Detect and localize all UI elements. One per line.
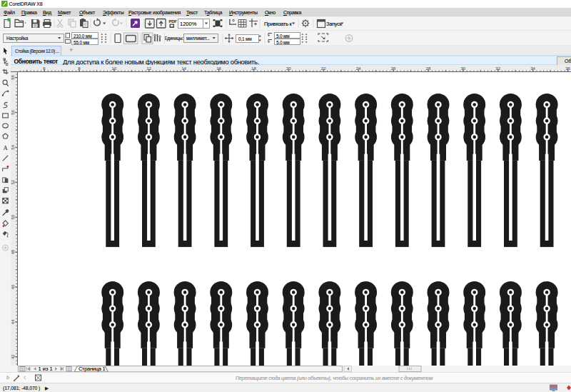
svg-text:36: 36 <box>565 66 570 71</box>
svg-text:PDF: PDF <box>169 19 178 24</box>
svg-text:58: 58 <box>11 75 15 80</box>
svg-text:Привязать к: Привязать к <box>264 21 293 27</box>
svg-text:14: 14 <box>181 66 186 71</box>
svg-text:56: 56 <box>11 109 15 114</box>
svg-text:A: A <box>3 144 8 151</box>
svg-text:22: 22 <box>321 66 326 71</box>
svg-text:52: 52 <box>11 179 15 184</box>
svg-text:48: 48 <box>11 249 15 254</box>
svg-text:16: 16 <box>216 66 221 71</box>
svg-text:1200%: 1200% <box>180 21 197 27</box>
svg-text:28: 28 <box>426 66 431 71</box>
svg-text:30: 30 <box>460 66 465 71</box>
svg-text:44: 44 <box>11 319 15 324</box>
svg-text:12: 12 <box>146 66 151 71</box>
svg-text:54: 54 <box>11 144 15 149</box>
svg-text:50: 50 <box>11 214 15 219</box>
svg-text:46: 46 <box>11 284 15 289</box>
svg-text:34: 34 <box>530 66 535 71</box>
svg-text:Страница 1: Страница 1 <box>79 366 105 372</box>
svg-text:24: 24 <box>356 66 361 71</box>
svg-text:20: 20 <box>286 66 291 71</box>
svg-text:1 из 1: 1 из 1 <box>39 366 53 372</box>
svg-text:10: 10 <box>111 66 116 71</box>
svg-text:42: 42 <box>11 354 15 359</box>
svg-text:18: 18 <box>251 66 256 71</box>
svg-text:Запуск: Запуск <box>326 21 343 27</box>
svg-text:32: 32 <box>495 66 500 71</box>
svg-text:26: 26 <box>391 66 396 71</box>
